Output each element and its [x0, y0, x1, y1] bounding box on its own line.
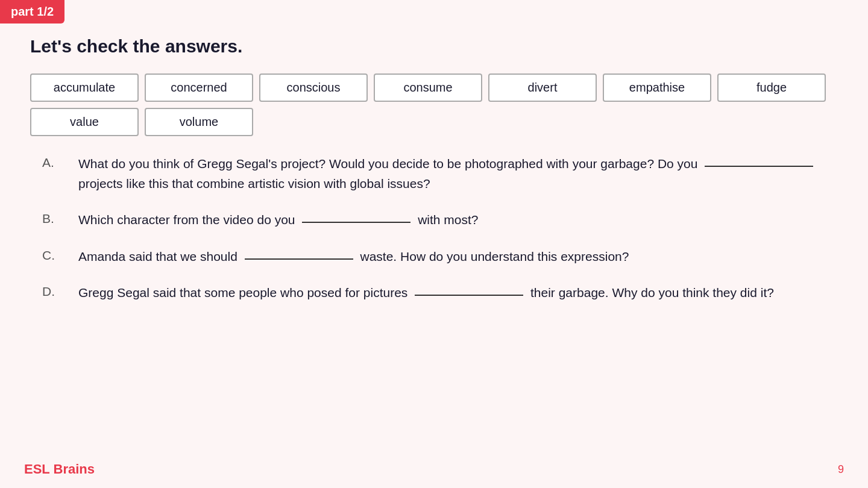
question-item: D.Gregg Segal said that some people who …	[42, 283, 844, 303]
question-letter: C.	[42, 247, 78, 263]
question-text: What do you think of Gregg Segal's proje…	[78, 154, 844, 193]
question-item: A.What do you think of Gregg Segal's pro…	[42, 154, 844, 193]
word-chip: fudge	[717, 74, 826, 102]
question-letter: A.	[42, 154, 78, 170]
question-text: Gregg Segal said that some people who po…	[78, 283, 844, 303]
word-chip: consume	[374, 74, 482, 102]
word-chip: accumulate	[30, 74, 139, 102]
main-content: Let's check the answers. accumulateconce…	[24, 18, 844, 452]
word-chip: volume	[145, 108, 253, 136]
badge-label: part 1/2	[11, 5, 54, 18]
word-chip: divert	[488, 74, 597, 102]
page-number: 9	[838, 463, 844, 476]
word-chip: concerned	[145, 74, 253, 102]
word-bank: accumulateconcernedconsciousconsumediver…	[30, 74, 844, 136]
answer-blank	[415, 293, 523, 296]
page-container: part 1/2 Let's check the answers. accumu…	[0, 0, 868, 488]
question-letter: B.	[42, 210, 78, 226]
answer-blank	[245, 257, 353, 260]
question-text: Which character from the video do you wi…	[78, 210, 844, 230]
answer-blank	[302, 221, 410, 223]
section-title: Let's check the answers.	[30, 36, 844, 57]
brand-name: ESL Brains	[24, 461, 95, 477]
questions-section: A.What do you think of Gregg Segal's pro…	[42, 154, 844, 303]
word-chip: empathise	[603, 74, 711, 102]
question-letter: D.	[42, 283, 78, 299]
word-chip: conscious	[259, 74, 368, 102]
footer: ESL Brains 9	[24, 461, 844, 477]
question-item: B.Which character from the video do you …	[42, 210, 844, 230]
word-chip: value	[30, 108, 139, 136]
question-item: C.Amanda said that we should waste. How …	[42, 247, 844, 267]
question-text: Amanda said that we should waste. How do…	[78, 247, 844, 267]
answer-blank	[705, 164, 813, 167]
